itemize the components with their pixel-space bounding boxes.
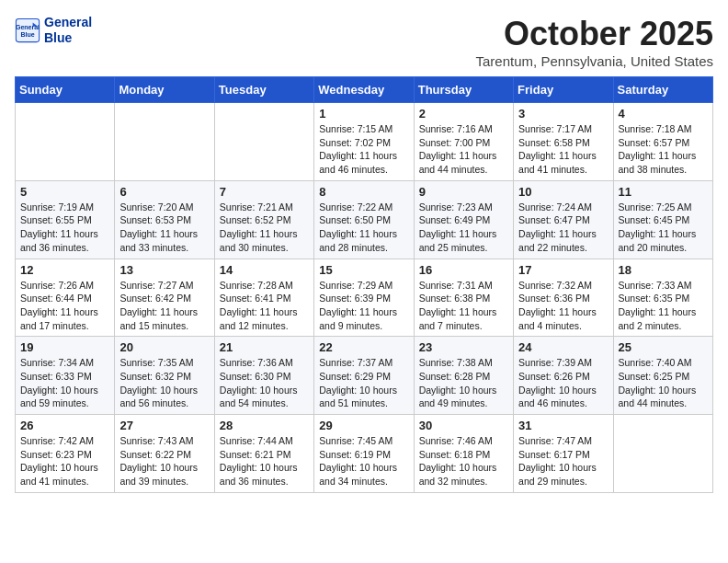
day-number: 18	[619, 263, 708, 277]
calendar-cell: 17Sunrise: 7:32 AM Sunset: 6:36 PM Dayli…	[514, 259, 613, 337]
calendar-cell: 9Sunrise: 7:23 AM Sunset: 6:49 PM Daylig…	[414, 180, 513, 259]
calendar-week-4: 19Sunrise: 7:34 AM Sunset: 6:33 PM Dayli…	[16, 337, 713, 415]
calendar-cell: 1Sunrise: 7:15 AM Sunset: 7:02 PM Daylig…	[314, 103, 414, 181]
calendar-cell: 4Sunrise: 7:18 AM Sunset: 6:57 PM Daylig…	[613, 103, 712, 181]
calendar-cell: 28Sunrise: 7:44 AM Sunset: 6:21 PM Dayli…	[214, 415, 313, 493]
day-number: 25	[619, 340, 708, 354]
calendar-cell: 10Sunrise: 7:24 AM Sunset: 6:47 PM Dayli…	[514, 180, 613, 259]
calendar-cell: 3Sunrise: 7:17 AM Sunset: 6:58 PM Daylig…	[514, 103, 613, 181]
calendar-cell: 16Sunrise: 7:31 AM Sunset: 6:38 PM Dayli…	[414, 259, 513, 337]
day-number: 3	[518, 107, 608, 121]
day-number: 19	[20, 340, 109, 354]
day-info: Sunrise: 7:19 AM Sunset: 6:55 PM Dayligh…	[20, 201, 109, 255]
day-number: 17	[518, 263, 608, 277]
day-number: 10	[518, 185, 608, 199]
calendar-cell: 18Sunrise: 7:33 AM Sunset: 6:35 PM Dayli…	[613, 259, 712, 337]
day-info: Sunrise: 7:33 AM Sunset: 6:35 PM Dayligh…	[619, 279, 708, 333]
calendar-cell: 26Sunrise: 7:42 AM Sunset: 6:23 PM Dayli…	[16, 415, 115, 493]
day-info: Sunrise: 7:25 AM Sunset: 6:45 PM Dayligh…	[619, 201, 708, 255]
day-info: Sunrise: 7:21 AM Sunset: 6:52 PM Dayligh…	[220, 201, 309, 255]
calendar-cell	[613, 415, 712, 493]
weekday-header-wednesday: Wednesday	[314, 77, 414, 103]
day-info: Sunrise: 7:27 AM Sunset: 6:42 PM Dayligh…	[119, 279, 209, 333]
calendar-cell: 27Sunrise: 7:43 AM Sunset: 6:22 PM Dayli…	[115, 415, 214, 493]
day-number: 31	[518, 419, 608, 432]
calendar-cell: 6Sunrise: 7:20 AM Sunset: 6:53 PM Daylig…	[115, 180, 214, 259]
day-number: 6	[119, 185, 209, 199]
day-info: Sunrise: 7:23 AM Sunset: 6:49 PM Dayligh…	[419, 201, 508, 255]
day-number: 1	[319, 107, 408, 121]
calendar-cell: 15Sunrise: 7:29 AM Sunset: 6:39 PM Dayli…	[314, 259, 414, 337]
calendar-cell	[16, 103, 115, 181]
day-number: 26	[20, 419, 109, 432]
day-info: Sunrise: 7:36 AM Sunset: 6:30 PM Dayligh…	[220, 356, 309, 410]
calendar-table: SundayMondayTuesdayWednesdayThursdayFrid…	[15, 76, 713, 493]
calendar-cell: 29Sunrise: 7:45 AM Sunset: 6:19 PM Dayli…	[314, 415, 414, 493]
svg-text:General: General	[16, 23, 40, 29]
day-number: 7	[220, 185, 309, 199]
svg-rect-0	[16, 18, 39, 41]
day-info: Sunrise: 7:43 AM Sunset: 6:22 PM Dayligh…	[119, 434, 209, 488]
calendar-week-3: 12Sunrise: 7:26 AM Sunset: 6:44 PM Dayli…	[16, 259, 713, 337]
calendar-cell: 20Sunrise: 7:35 AM Sunset: 6:32 PM Dayli…	[115, 337, 214, 415]
day-info: Sunrise: 7:34 AM Sunset: 6:33 PM Dayligh…	[20, 356, 109, 410]
calendar-cell: 2Sunrise: 7:16 AM Sunset: 7:00 PM Daylig…	[414, 103, 513, 181]
day-number: 30	[419, 419, 508, 432]
day-number: 20	[119, 340, 209, 354]
day-number: 29	[319, 419, 408, 432]
day-info: Sunrise: 7:46 AM Sunset: 6:18 PM Dayligh…	[419, 434, 508, 488]
day-number: 23	[419, 340, 508, 354]
day-number: 15	[319, 263, 408, 277]
weekday-header-tuesday: Tuesday	[214, 77, 313, 103]
day-info: Sunrise: 7:15 AM Sunset: 7:02 PM Dayligh…	[319, 122, 408, 177]
day-info: Sunrise: 7:35 AM Sunset: 6:32 PM Dayligh…	[119, 356, 209, 410]
day-number: 9	[419, 185, 508, 199]
calendar-cell	[214, 103, 313, 181]
day-info: Sunrise: 7:22 AM Sunset: 6:50 PM Dayligh…	[319, 201, 408, 255]
location: Tarentum, Pennsylvania, United States	[476, 53, 713, 69]
calendar-cell	[115, 103, 214, 181]
svg-text:Blue: Blue	[20, 31, 34, 38]
logo-icon: General Blue	[15, 17, 40, 43]
day-number: 16	[419, 263, 508, 277]
day-number: 2	[419, 107, 508, 121]
day-info: Sunrise: 7:31 AM Sunset: 6:38 PM Dayligh…	[419, 279, 508, 333]
day-number: 28	[220, 419, 309, 432]
calendar-cell: 8Sunrise: 7:22 AM Sunset: 6:50 PM Daylig…	[314, 180, 414, 259]
calendar-cell: 21Sunrise: 7:36 AM Sunset: 6:30 PM Dayli…	[214, 337, 313, 415]
calendar-week-2: 5Sunrise: 7:19 AM Sunset: 6:55 PM Daylig…	[16, 180, 713, 259]
weekday-header-saturday: Saturday	[613, 77, 712, 103]
day-info: Sunrise: 7:45 AM Sunset: 6:19 PM Dayligh…	[319, 434, 408, 488]
calendar-cell: 12Sunrise: 7:26 AM Sunset: 6:44 PM Dayli…	[16, 259, 115, 337]
calendar-cell: 5Sunrise: 7:19 AM Sunset: 6:55 PM Daylig…	[16, 180, 115, 259]
day-info: Sunrise: 7:24 AM Sunset: 6:47 PM Dayligh…	[518, 201, 608, 255]
day-info: Sunrise: 7:39 AM Sunset: 6:26 PM Dayligh…	[518, 356, 608, 410]
calendar-cell: 13Sunrise: 7:27 AM Sunset: 6:42 PM Dayli…	[115, 259, 214, 337]
day-info: Sunrise: 7:29 AM Sunset: 6:39 PM Dayligh…	[319, 279, 408, 333]
weekday-header-thursday: Thursday	[414, 77, 513, 103]
weekday-header-row: SundayMondayTuesdayWednesdayThursdayFrid…	[16, 77, 713, 103]
logo-line1: General	[44, 15, 92, 30]
day-number: 22	[319, 340, 408, 354]
day-number: 5	[20, 185, 109, 199]
day-info: Sunrise: 7:37 AM Sunset: 6:29 PM Dayligh…	[319, 356, 408, 410]
logo-line2: Blue	[44, 30, 92, 46]
calendar-cell: 24Sunrise: 7:39 AM Sunset: 6:26 PM Dayli…	[514, 337, 613, 415]
calendar-cell: 19Sunrise: 7:34 AM Sunset: 6:33 PM Dayli…	[16, 337, 115, 415]
calendar-cell: 22Sunrise: 7:37 AM Sunset: 6:29 PM Dayli…	[314, 337, 414, 415]
calendar-cell: 7Sunrise: 7:21 AM Sunset: 6:52 PM Daylig…	[214, 180, 313, 259]
day-number: 11	[619, 185, 708, 199]
calendar-cell: 11Sunrise: 7:25 AM Sunset: 6:45 PM Dayli…	[613, 180, 712, 259]
day-number: 24	[518, 340, 608, 354]
day-info: Sunrise: 7:17 AM Sunset: 6:58 PM Dayligh…	[518, 122, 608, 177]
calendar-cell: 31Sunrise: 7:47 AM Sunset: 6:17 PM Dayli…	[514, 415, 613, 493]
day-info: Sunrise: 7:18 AM Sunset: 6:57 PM Dayligh…	[619, 122, 708, 177]
day-info: Sunrise: 7:47 AM Sunset: 6:17 PM Dayligh…	[518, 434, 608, 488]
day-number: 27	[119, 419, 209, 432]
weekday-header-sunday: Sunday	[16, 77, 115, 103]
calendar-cell: 14Sunrise: 7:28 AM Sunset: 6:41 PM Dayli…	[214, 259, 313, 337]
day-info: Sunrise: 7:42 AM Sunset: 6:23 PM Dayligh…	[20, 434, 109, 488]
calendar-week-1: 1Sunrise: 7:15 AM Sunset: 7:02 PM Daylig…	[16, 103, 713, 181]
day-info: Sunrise: 7:16 AM Sunset: 7:00 PM Dayligh…	[419, 122, 508, 177]
day-number: 12	[20, 263, 109, 277]
